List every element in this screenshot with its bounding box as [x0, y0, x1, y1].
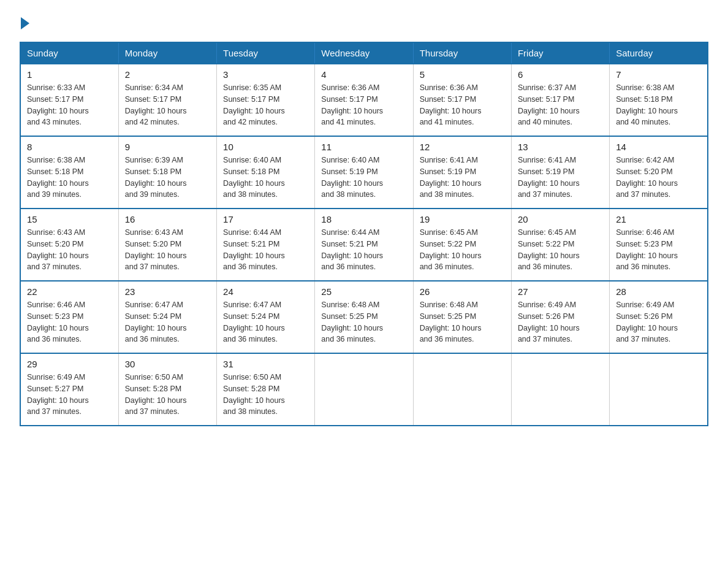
day-info: Sunrise: 6:41 AM Sunset: 5:19 PM Dayligh… — [518, 155, 603, 201]
week-row-1: 1 Sunrise: 6:33 AM Sunset: 5:17 PM Dayli… — [20, 64, 708, 136]
day-number: 23 — [125, 286, 210, 297]
day-number: 10 — [223, 142, 308, 152]
day-number: 28 — [616, 286, 701, 297]
day-cell: 3 Sunrise: 6:35 AM Sunset: 5:17 PM Dayli… — [217, 64, 315, 136]
day-number: 16 — [125, 214, 210, 224]
day-cell: 10 Sunrise: 6:40 AM Sunset: 5:18 PM Dayl… — [217, 136, 315, 209]
weekday-header-saturday: Saturday — [610, 42, 708, 64]
day-number: 8 — [27, 142, 112, 152]
day-cell: 1 Sunrise: 6:33 AM Sunset: 5:17 PM Dayli… — [20, 64, 118, 136]
day-cell — [511, 353, 609, 426]
day-number: 11 — [321, 142, 406, 152]
week-row-4: 22 Sunrise: 6:46 AM Sunset: 5:23 PM Dayl… — [20, 281, 708, 353]
day-cell: 19 Sunrise: 6:45 AM Sunset: 5:22 PM Dayl… — [413, 209, 511, 281]
day-info: Sunrise: 6:45 AM Sunset: 5:22 PM Dayligh… — [518, 227, 603, 273]
day-info: Sunrise: 6:44 AM Sunset: 5:21 PM Dayligh… — [321, 227, 406, 273]
day-number: 22 — [27, 286, 112, 297]
day-cell: 5 Sunrise: 6:36 AM Sunset: 5:17 PM Dayli… — [413, 64, 511, 136]
day-info: Sunrise: 6:50 AM Sunset: 5:28 PM Dayligh… — [125, 372, 210, 418]
day-number: 26 — [420, 286, 505, 297]
day-number: 5 — [420, 69, 505, 80]
day-number: 17 — [223, 214, 308, 224]
day-cell: 4 Sunrise: 6:36 AM Sunset: 5:17 PM Dayli… — [315, 64, 413, 136]
day-info: Sunrise: 6:47 AM Sunset: 5:24 PM Dayligh… — [223, 299, 308, 345]
day-number: 18 — [321, 214, 406, 224]
day-info: Sunrise: 6:49 AM Sunset: 5:26 PM Dayligh… — [518, 299, 603, 345]
day-info: Sunrise: 6:43 AM Sunset: 5:20 PM Dayligh… — [27, 227, 112, 273]
day-cell: 28 Sunrise: 6:49 AM Sunset: 5:26 PM Dayl… — [610, 281, 708, 353]
day-cell: 17 Sunrise: 6:44 AM Sunset: 5:21 PM Dayl… — [217, 209, 315, 281]
day-cell: 7 Sunrise: 6:38 AM Sunset: 5:18 PM Dayli… — [610, 64, 708, 136]
day-cell: 24 Sunrise: 6:47 AM Sunset: 5:24 PM Dayl… — [217, 281, 315, 353]
day-cell: 20 Sunrise: 6:45 AM Sunset: 5:22 PM Dayl… — [511, 209, 609, 281]
day-cell: 11 Sunrise: 6:40 AM Sunset: 5:19 PM Dayl… — [315, 136, 413, 209]
day-info: Sunrise: 6:35 AM Sunset: 5:17 PM Dayligh… — [223, 82, 308, 128]
day-info: Sunrise: 6:49 AM Sunset: 5:27 PM Dayligh… — [27, 372, 112, 418]
day-number: 2 — [125, 69, 210, 80]
logo-arrow-icon — [21, 17, 29, 29]
day-number: 6 — [518, 69, 603, 80]
weekday-header-thursday: Thursday — [413, 42, 511, 64]
weekday-header-friday: Friday — [511, 42, 609, 64]
day-number: 9 — [125, 142, 210, 152]
weekday-header-wednesday: Wednesday — [315, 42, 413, 64]
day-info: Sunrise: 6:46 AM Sunset: 5:23 PM Dayligh… — [27, 299, 112, 345]
day-info: Sunrise: 6:33 AM Sunset: 5:17 PM Dayligh… — [27, 82, 112, 128]
day-number: 31 — [223, 359, 308, 369]
day-info: Sunrise: 6:34 AM Sunset: 5:17 PM Dayligh… — [125, 82, 210, 128]
day-cell: 30 Sunrise: 6:50 AM Sunset: 5:28 PM Dayl… — [118, 353, 216, 426]
logo — [20, 15, 32, 29]
day-number: 7 — [616, 69, 701, 80]
page-header — [20, 15, 708, 29]
calendar-table: SundayMondayTuesdayWednesdayThursdayFrid… — [20, 42, 708, 426]
weekday-header-sunday: Sunday — [20, 42, 118, 64]
day-cell — [610, 353, 708, 426]
day-cell: 18 Sunrise: 6:44 AM Sunset: 5:21 PM Dayl… — [315, 209, 413, 281]
day-cell: 31 Sunrise: 6:50 AM Sunset: 5:28 PM Dayl… — [217, 353, 315, 426]
day-cell: 15 Sunrise: 6:43 AM Sunset: 5:20 PM Dayl… — [20, 209, 118, 281]
day-number: 14 — [616, 142, 701, 152]
day-cell — [413, 353, 511, 426]
day-number: 19 — [420, 214, 505, 224]
day-number: 21 — [616, 214, 701, 224]
day-number: 29 — [27, 359, 112, 369]
day-number: 24 — [223, 286, 308, 297]
day-cell: 27 Sunrise: 6:49 AM Sunset: 5:26 PM Dayl… — [511, 281, 609, 353]
day-info: Sunrise: 6:47 AM Sunset: 5:24 PM Dayligh… — [125, 299, 210, 345]
day-cell: 26 Sunrise: 6:48 AM Sunset: 5:25 PM Dayl… — [413, 281, 511, 353]
weekday-header-tuesday: Tuesday — [217, 42, 315, 64]
day-number: 13 — [518, 142, 603, 152]
day-info: Sunrise: 6:46 AM Sunset: 5:23 PM Dayligh… — [616, 227, 701, 273]
day-info: Sunrise: 6:43 AM Sunset: 5:20 PM Dayligh… — [125, 227, 210, 273]
day-cell: 23 Sunrise: 6:47 AM Sunset: 5:24 PM Dayl… — [118, 281, 216, 353]
day-info: Sunrise: 6:36 AM Sunset: 5:17 PM Dayligh… — [420, 82, 505, 128]
day-number: 27 — [518, 286, 603, 297]
day-number: 20 — [518, 214, 603, 224]
week-row-5: 29 Sunrise: 6:49 AM Sunset: 5:27 PM Dayl… — [20, 353, 708, 426]
day-cell: 14 Sunrise: 6:42 AM Sunset: 5:20 PM Dayl… — [610, 136, 708, 209]
day-cell: 25 Sunrise: 6:48 AM Sunset: 5:25 PM Dayl… — [315, 281, 413, 353]
day-info: Sunrise: 6:44 AM Sunset: 5:21 PM Dayligh… — [223, 227, 308, 273]
day-cell: 21 Sunrise: 6:46 AM Sunset: 5:23 PM Dayl… — [610, 209, 708, 281]
weekday-header-row: SundayMondayTuesdayWednesdayThursdayFrid… — [20, 42, 708, 64]
week-row-2: 8 Sunrise: 6:38 AM Sunset: 5:18 PM Dayli… — [20, 136, 708, 209]
day-info: Sunrise: 6:38 AM Sunset: 5:18 PM Dayligh… — [616, 82, 701, 128]
day-info: Sunrise: 6:41 AM Sunset: 5:19 PM Dayligh… — [420, 155, 505, 201]
day-info: Sunrise: 6:37 AM Sunset: 5:17 PM Dayligh… — [518, 82, 603, 128]
day-number: 15 — [27, 214, 112, 224]
day-cell: 16 Sunrise: 6:43 AM Sunset: 5:20 PM Dayl… — [118, 209, 216, 281]
day-number: 4 — [321, 69, 406, 80]
day-cell: 12 Sunrise: 6:41 AM Sunset: 5:19 PM Dayl… — [413, 136, 511, 209]
day-info: Sunrise: 6:40 AM Sunset: 5:18 PM Dayligh… — [223, 155, 308, 201]
day-number: 30 — [125, 359, 210, 369]
day-cell — [315, 353, 413, 426]
day-info: Sunrise: 6:36 AM Sunset: 5:17 PM Dayligh… — [321, 82, 406, 128]
day-info: Sunrise: 6:50 AM Sunset: 5:28 PM Dayligh… — [223, 372, 308, 418]
day-cell: 2 Sunrise: 6:34 AM Sunset: 5:17 PM Dayli… — [118, 64, 216, 136]
day-info: Sunrise: 6:49 AM Sunset: 5:26 PM Dayligh… — [616, 299, 701, 345]
day-info: Sunrise: 6:45 AM Sunset: 5:22 PM Dayligh… — [420, 227, 505, 273]
day-number: 1 — [27, 69, 112, 80]
day-cell: 6 Sunrise: 6:37 AM Sunset: 5:17 PM Dayli… — [511, 64, 609, 136]
week-row-3: 15 Sunrise: 6:43 AM Sunset: 5:20 PM Dayl… — [20, 209, 708, 281]
day-info: Sunrise: 6:42 AM Sunset: 5:20 PM Dayligh… — [616, 155, 701, 201]
